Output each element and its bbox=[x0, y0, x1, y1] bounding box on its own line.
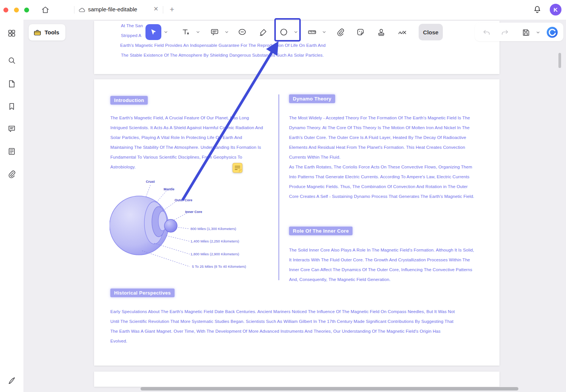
save-button[interactable] bbox=[521, 28, 530, 37]
home-button[interactable] bbox=[41, 5, 50, 14]
new-tab-button[interactable]: + bbox=[170, 5, 174, 14]
text-tool-icon bbox=[181, 28, 190, 37]
tools-button-label: Tools bbox=[45, 29, 59, 35]
undo-icon bbox=[482, 28, 491, 37]
diagram-label-outer-core: Outer Core bbox=[175, 198, 192, 202]
sticky-note-icon[interactable] bbox=[232, 163, 243, 173]
section-heading-inner-core: Role Of The Inner Core bbox=[289, 227, 353, 235]
section-heading-dynamo-theory: Dynamo Theory bbox=[289, 94, 335, 103]
avatar[interactable]: K bbox=[550, 4, 561, 15]
bell-icon bbox=[533, 5, 542, 14]
highlighter-icon bbox=[259, 28, 268, 37]
close-toolbar-button[interactable]: Close bbox=[419, 24, 443, 40]
tab-separator bbox=[163, 6, 163, 14]
form-icon bbox=[7, 147, 16, 156]
paperclip-icon bbox=[336, 28, 345, 37]
ruler-icon bbox=[308, 28, 317, 37]
brush-icon bbox=[7, 376, 16, 385]
cloud-icon bbox=[78, 6, 86, 14]
diagram-measurement: 800 Miles (1,300 Kilometers) bbox=[190, 227, 236, 231]
home-icon bbox=[41, 5, 50, 14]
redo-icon bbox=[500, 28, 509, 37]
chevron-down-icon[interactable] bbox=[322, 30, 326, 34]
earth-diagram-art bbox=[110, 178, 264, 276]
titlebar: sample-file-editable ✕ + K bbox=[0, 0, 566, 20]
comment-icon bbox=[7, 124, 16, 133]
circle-shape-icon bbox=[279, 28, 288, 37]
earth-cross-section-diagram: Crust Mantle Outer Core Inner Core 800 M… bbox=[110, 178, 264, 276]
close-tab-icon[interactable]: ✕ bbox=[153, 5, 158, 12]
chevron-down-icon[interactable] bbox=[196, 30, 200, 34]
app-logo-button[interactable] bbox=[546, 26, 558, 38]
app-logo-icon bbox=[546, 26, 558, 38]
text-tool-button[interactable] bbox=[181, 28, 190, 37]
sidebar-item-brush[interactable] bbox=[5, 374, 19, 387]
chevron-down-icon[interactable] bbox=[536, 30, 540, 35]
column-divider bbox=[278, 94, 279, 280]
attach-file-tool-button[interactable] bbox=[336, 28, 345, 37]
sidebar-item-fields[interactable] bbox=[5, 145, 19, 158]
sticker-icon bbox=[356, 28, 365, 37]
tab-title[interactable]: sample-file-editable bbox=[88, 6, 137, 12]
document-area: At The San Stripped A Earth's Magnetic F… bbox=[23, 20, 566, 392]
save-icon bbox=[521, 28, 530, 37]
historical-paragraph: Early Speculations About The Earth's Mag… bbox=[110, 307, 456, 346]
search-icon bbox=[7, 56, 16, 65]
select-tool-button-active[interactable] bbox=[145, 24, 161, 40]
sidebar-item-attachments[interactable] bbox=[5, 167, 19, 181]
vertical-scrollbar-thumb[interactable] bbox=[558, 53, 561, 68]
diagram-label-mantle: Mantle bbox=[164, 187, 175, 191]
dynamo-paragraph-2: As The Earth Rotates, The Coriolis Force… bbox=[289, 162, 476, 201]
diagram-measurement: 1,800 Miles (2,900 Kilometers) bbox=[190, 252, 239, 256]
tab-separator bbox=[74, 6, 74, 14]
diagram-label-crust: Crust bbox=[146, 180, 155, 184]
note-tool-button[interactable] bbox=[238, 28, 247, 37]
measure-tool-button[interactable] bbox=[308, 28, 317, 37]
circle-shape-tool-button[interactable] bbox=[279, 28, 288, 37]
inner-core-paragraph: The Solid Inner Core Also Plays A Role I… bbox=[289, 245, 476, 284]
section-heading-historical: Historical Perspectives bbox=[110, 289, 175, 297]
bookmark-icon bbox=[7, 102, 16, 111]
pdf-page-next bbox=[94, 372, 500, 387]
typewriter-icon bbox=[210, 28, 219, 37]
undo-button[interactable] bbox=[482, 28, 491, 37]
highlighter-tool-button[interactable] bbox=[259, 28, 268, 37]
stamp-icon bbox=[377, 28, 386, 37]
pdf-page-current: Introduction The Earth's Magnetic Field,… bbox=[94, 79, 500, 366]
signature-tool-button[interactable] bbox=[397, 28, 407, 37]
chevron-down-icon[interactable] bbox=[164, 30, 168, 34]
oval-note-icon bbox=[238, 28, 247, 37]
sticker-tool-button[interactable] bbox=[356, 28, 365, 37]
section-heading-introduction: Introduction bbox=[110, 96, 148, 105]
attachment-icon bbox=[7, 170, 16, 179]
minimize-window-button[interactable] bbox=[14, 8, 19, 12]
comment-tool-button[interactable] bbox=[210, 28, 219, 37]
stamp-tool-button[interactable] bbox=[377, 28, 386, 37]
redo-button[interactable] bbox=[500, 28, 509, 37]
signature-icon bbox=[397, 28, 407, 37]
left-sidebar bbox=[0, 20, 23, 392]
notifications-button[interactable] bbox=[533, 5, 542, 14]
diagram-measurement: 5 To 25 Miles (8 To 40 Kilometers) bbox=[192, 264, 246, 269]
chevron-down-icon[interactable] bbox=[294, 30, 298, 34]
doc-line: The Stable Existence Of The Atmosphere B… bbox=[121, 50, 324, 60]
annotation-toolbar: Tools bbox=[0, 20, 566, 45]
chevron-down-icon[interactable] bbox=[224, 30, 229, 34]
sidebar-item-comments[interactable] bbox=[5, 122, 19, 136]
toolbox-icon bbox=[33, 28, 42, 37]
sidebar-item-bookmarks[interactable] bbox=[5, 100, 19, 113]
cursor-icon bbox=[149, 28, 158, 36]
sidebar-item-thumbnails[interactable] bbox=[5, 77, 19, 91]
tools-button[interactable]: Tools bbox=[28, 24, 66, 41]
dynamo-paragraph-1: The Most Widely - Accepted Theory For Th… bbox=[289, 113, 476, 162]
diagram-label-inner-core: Inner Core bbox=[185, 210, 202, 214]
fullscreen-window-button[interactable] bbox=[24, 8, 29, 12]
diagram-measurement: 1,400 Miles (2,250 Kilometers) bbox=[190, 239, 239, 243]
sidebar-item-search[interactable] bbox=[5, 54, 19, 67]
close-window-button[interactable] bbox=[3, 8, 8, 12]
document-icon bbox=[7, 79, 16, 88]
horizontal-scrollbar-thumb[interactable] bbox=[141, 387, 518, 390]
